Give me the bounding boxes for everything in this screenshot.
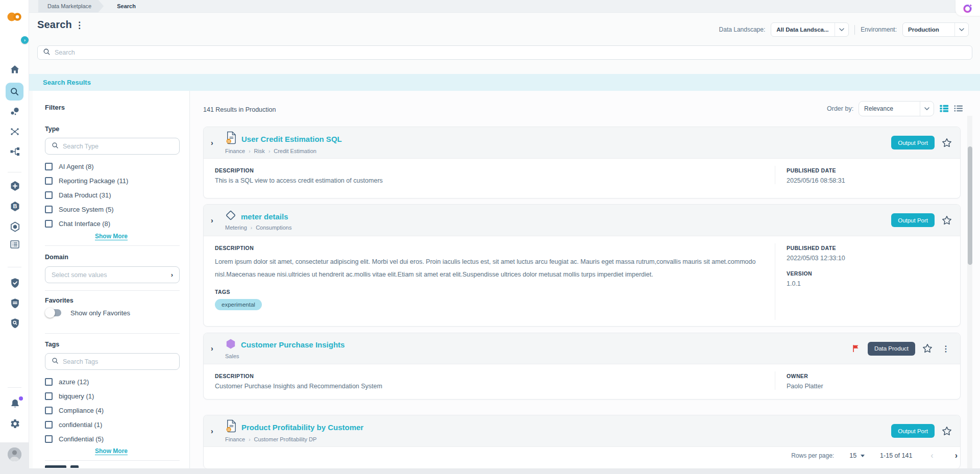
owner-value: Paolo Platter xyxy=(787,383,948,390)
more-options-kebab-icon[interactable] xyxy=(940,344,952,354)
checkbox-icon[interactable] xyxy=(45,407,53,414)
search-nav-icon[interactable] xyxy=(6,83,23,101)
sidebar-divider xyxy=(8,387,21,388)
result-card-header: › User Credit Estimation SQL Finance Ris… xyxy=(204,127,960,159)
domain-select[interactable]: › xyxy=(45,266,180,283)
domain-select-input[interactable] xyxy=(52,271,167,279)
published-date-label: PUBLISHED DATE xyxy=(787,245,948,251)
hexagon-plus-icon[interactable] xyxy=(9,180,21,192)
result-title-link[interactable]: Customer Purchase Insights xyxy=(241,340,345,349)
type-search-input[interactable] xyxy=(63,143,173,150)
tag-option-checkbox[interactable]: azure (12) xyxy=(45,377,104,387)
caret-down-icon xyxy=(861,455,865,457)
environment-select[interactable]: Production xyxy=(902,22,969,37)
breadcrumb-separator-icon xyxy=(249,437,250,442)
shield-policy-icon[interactable] xyxy=(9,297,21,309)
tag-option-checkbox[interactable]: bigquery (1) xyxy=(45,391,104,401)
favorite-star-icon[interactable] xyxy=(922,343,933,354)
expand-chevron-icon[interactable]: › xyxy=(211,427,218,435)
breadcrumb-bar: Data Marketplace Search xyxy=(29,0,980,13)
checkbox-icon[interactable] xyxy=(45,177,53,185)
checkbox-icon[interactable] xyxy=(45,191,53,199)
chevron-right-icon: › xyxy=(171,271,173,279)
list-view-icon[interactable] xyxy=(953,104,963,115)
rows-per-page-select[interactable]: 15 xyxy=(849,452,865,459)
tag-option-checkbox[interactable]: Compliance (4) xyxy=(45,406,104,415)
expand-chevron-icon[interactable]: › xyxy=(211,344,218,353)
checkbox-icon[interactable] xyxy=(45,392,53,400)
hexagon-outline-icon[interactable] xyxy=(9,220,21,233)
view-toggle xyxy=(939,104,963,115)
data-bubbles-icon[interactable] xyxy=(9,105,21,117)
catalog-list-icon[interactable] xyxy=(9,238,21,251)
published-date-value: 2025/05/16 08:58:31 xyxy=(787,177,948,184)
result-title-link[interactable]: Product Profitability by Customer xyxy=(241,423,363,432)
settings-gear-icon[interactable] xyxy=(9,417,21,430)
notifications-bell-icon[interactable] xyxy=(9,397,21,410)
environment-label: Environment: xyxy=(861,26,897,33)
output-port-badge[interactable]: Output Port xyxy=(891,136,935,149)
tag-chip[interactable]: experimental xyxy=(215,299,262,310)
favorite-star-icon[interactable] xyxy=(942,138,952,148)
result-card-header: › Customer Purchase Insights Sales Data … xyxy=(204,333,960,364)
previous-page-chevron-icon[interactable] xyxy=(927,451,936,460)
expand-chevron-icon[interactable]: › xyxy=(211,216,218,224)
page-title: Search xyxy=(37,19,72,31)
scrollbar-thumb[interactable] xyxy=(968,146,972,265)
checkbox-icon[interactable] xyxy=(45,421,53,429)
search-icon xyxy=(43,48,51,58)
data-landscape-select[interactable]: All Data Landsca... xyxy=(771,22,849,37)
network-graph-icon[interactable] xyxy=(9,126,21,138)
output-port-badge[interactable]: Output Port xyxy=(891,424,935,438)
type-option-checkbox[interactable]: Chat Interface (8) xyxy=(45,219,128,229)
published-date-label: PUBLISHED DATE xyxy=(787,167,948,173)
hierarchy-icon[interactable] xyxy=(9,145,21,158)
filter-divider xyxy=(45,290,180,291)
ai-assistant-button[interactable] xyxy=(955,0,980,16)
checkbox-icon[interactable] xyxy=(45,378,53,386)
results-scrollbar[interactable] xyxy=(967,116,972,468)
data-landscape-label: Data Landscape: xyxy=(719,26,766,33)
data-product-badge[interactable]: Data Product xyxy=(868,342,915,356)
type-show-more-link[interactable]: Show More xyxy=(33,233,189,240)
filters-title: Filters xyxy=(45,104,65,111)
shield-audit-icon[interactable] xyxy=(9,317,21,329)
sql-file-icon xyxy=(225,131,237,146)
search-results-banner-title: Search Results xyxy=(43,79,91,86)
order-by-select[interactable]: Relevance xyxy=(859,101,934,116)
shield-check-icon[interactable] xyxy=(9,277,21,289)
tag-option-checkbox[interactable]: confidential (1) xyxy=(45,420,104,430)
next-page-chevron-icon[interactable] xyxy=(952,451,961,460)
result-title-link[interactable]: User Credit Estimation SQL xyxy=(241,135,342,143)
search-input[interactable] xyxy=(55,49,967,56)
output-port-badge[interactable]: Output Port xyxy=(891,213,935,227)
home-icon[interactable] xyxy=(9,63,21,76)
favorite-star-icon[interactable] xyxy=(942,215,952,226)
user-avatar[interactable] xyxy=(8,447,21,461)
result-title-link[interactable]: meter details xyxy=(241,212,288,221)
page-title-kebab-icon[interactable]: ⋮ xyxy=(75,20,84,31)
expand-chevron-icon[interactable]: › xyxy=(211,139,218,147)
tags-search xyxy=(45,353,180,370)
checkbox-icon[interactable] xyxy=(45,163,53,170)
type-option-checkbox[interactable]: Source System (5) xyxy=(45,205,128,214)
type-option-checkbox[interactable]: Data Product (31) xyxy=(45,190,128,200)
type-option-checkbox[interactable]: Reporting Package (11) xyxy=(45,176,128,186)
type-option-checkbox[interactable]: AI Agent (8) xyxy=(45,162,128,171)
svg-text:B: B xyxy=(13,203,17,209)
grid-view-icon[interactable] xyxy=(939,104,949,115)
sidebar-expand-button[interactable]: › xyxy=(21,36,29,44)
data-product-hexagon-icon xyxy=(225,338,236,352)
tags-show-more-link[interactable]: Show More xyxy=(33,447,189,455)
favorites-toggle[interactable] xyxy=(45,308,62,318)
checkbox-icon[interactable] xyxy=(45,206,53,213)
tags-search-input[interactable] xyxy=(63,358,173,365)
flag-icon[interactable] xyxy=(851,344,861,353)
favorite-star-icon[interactable] xyxy=(942,426,952,436)
app-logo-icon[interactable] xyxy=(7,11,22,25)
hexagon-b-icon[interactable]: B xyxy=(9,200,21,212)
checkbox-icon[interactable] xyxy=(45,220,53,228)
checkbox-icon[interactable] xyxy=(45,435,53,443)
tag-option-checkbox[interactable]: Confidential (5) xyxy=(45,434,104,444)
breadcrumb-item-data-marketplace[interactable]: Data Marketplace xyxy=(38,0,104,13)
